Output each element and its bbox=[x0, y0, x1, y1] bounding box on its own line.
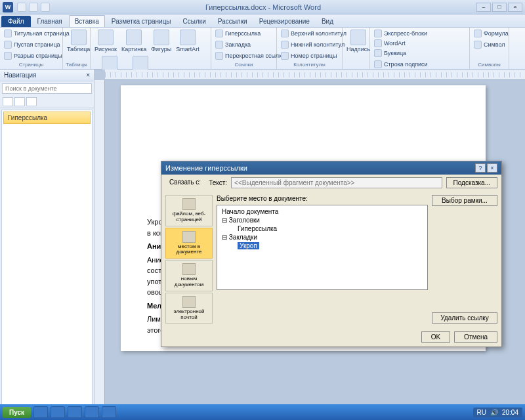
tree-headings[interactable]: ⊟ Заголовки bbox=[219, 216, 425, 224]
search-input[interactable] bbox=[2, 83, 92, 94]
tray-clock[interactable]: 20:04 bbox=[502, 409, 518, 416]
taskbar-app-4[interactable] bbox=[85, 406, 99, 418]
nav-tab-results[interactable] bbox=[26, 97, 37, 106]
clipart-button[interactable]: Картинка bbox=[120, 29, 148, 53]
pi-icon bbox=[474, 30, 482, 37]
qat-undo-icon[interactable] bbox=[29, 3, 38, 12]
bookmark-icon bbox=[215, 41, 223, 49]
cover-page-button[interactable]: Титульная страница bbox=[3, 29, 71, 38]
dialog-close-button[interactable]: × bbox=[487, 163, 497, 173]
ok-button[interactable]: OK bbox=[421, 331, 450, 343]
blocks-icon bbox=[374, 30, 382, 37]
dropcap-icon bbox=[374, 49, 382, 57]
signature-button[interactable]: Строка подписи bbox=[373, 60, 429, 69]
mail-icon bbox=[182, 296, 196, 308]
wordart-button[interactable]: WordArt bbox=[373, 39, 429, 48]
footer-button[interactable]: Нижний колонтитул bbox=[280, 40, 346, 49]
close-button[interactable]: × bbox=[508, 3, 522, 12]
tab-home[interactable]: Главная bbox=[32, 16, 68, 27]
navigation-pane: Навигация × Гиперссылка bbox=[0, 70, 94, 407]
table-button[interactable]: Таблица bbox=[66, 29, 91, 53]
link-place-doc-button[interactable]: местом в документе bbox=[165, 228, 213, 259]
nav-tab-pages[interactable] bbox=[14, 97, 25, 106]
hint-button[interactable]: Подсказка... bbox=[446, 177, 497, 188]
pagenum-icon bbox=[281, 52, 289, 60]
bookmark-button[interactable]: Закладка bbox=[214, 40, 252, 49]
word-icon: W bbox=[3, 2, 13, 12]
group-symbols-label: Символы bbox=[472, 61, 506, 68]
remove-link-button[interactable]: Удалить ссылку bbox=[432, 312, 497, 324]
taskbar-app-1[interactable] bbox=[33, 406, 48, 418]
smartart-button[interactable]: SmartArt bbox=[175, 29, 201, 53]
taskbar-app-2[interactable] bbox=[51, 406, 65, 418]
symbol-button[interactable]: Символ bbox=[472, 40, 506, 49]
link-file-web-button[interactable]: файлом, веб-страницей bbox=[165, 195, 213, 226]
target-frame-button[interactable]: Выбор рамки... bbox=[432, 195, 497, 206]
group-tables-label: Таблицы bbox=[66, 61, 87, 68]
horizontal-ruler[interactable] bbox=[105, 70, 525, 80]
document-icon bbox=[182, 231, 196, 243]
wordart-icon bbox=[374, 39, 382, 47]
tree-bookmarks[interactable]: ⊟ Закладки bbox=[219, 233, 425, 242]
tab-page-layout[interactable]: Разметка страницы bbox=[106, 16, 177, 27]
maximize-button[interactable]: □ bbox=[492, 3, 507, 12]
group-pages-label: Страницы bbox=[3, 61, 60, 68]
page-icon bbox=[4, 41, 12, 49]
cancel-button[interactable]: Отмена bbox=[454, 331, 497, 343]
nav-header: Навигация × bbox=[0, 70, 94, 81]
pagenum-button[interactable]: Номер страницы bbox=[280, 51, 338, 60]
tab-view[interactable]: Вид bbox=[316, 16, 339, 27]
place-tree[interactable]: Начало документа ⊟ Заголовки Гиперссылка… bbox=[217, 205, 428, 290]
tab-references[interactable]: Ссылки bbox=[178, 16, 211, 27]
quickparts-button[interactable]: Экспресс-блоки bbox=[373, 29, 429, 38]
textbox-button[interactable]: Надпись bbox=[345, 29, 371, 53]
tab-mailings[interactable]: Рассылки bbox=[213, 16, 253, 27]
dropcap-button[interactable]: Буквица bbox=[373, 49, 429, 58]
text-label: Текст: bbox=[209, 179, 227, 186]
picture-icon bbox=[98, 30, 114, 45]
tray-lang[interactable]: RU bbox=[477, 409, 486, 416]
link-email-button[interactable]: электронной почтой bbox=[165, 293, 213, 324]
tree-top-of-doc[interactable]: Начало документа bbox=[219, 207, 425, 216]
nav-tab-headings[interactable] bbox=[3, 97, 13, 106]
qat-redo-icon[interactable] bbox=[41, 3, 50, 12]
shapes-icon bbox=[154, 30, 169, 45]
vertical-ruler[interactable] bbox=[94, 80, 105, 407]
header-button[interactable]: Верхний колонтитул bbox=[280, 29, 348, 38]
nav-body: Гиперссылка bbox=[1, 110, 93, 406]
tab-file[interactable]: Файл bbox=[1, 16, 31, 27]
ribbon: Титульная страница Пустая страница Разры… bbox=[0, 28, 525, 70]
group-links-label: Ссылки bbox=[214, 61, 274, 68]
nav-close-icon[interactable]: × bbox=[86, 72, 90, 79]
signature-icon bbox=[374, 60, 382, 68]
blank-page-button[interactable]: Пустая страница bbox=[3, 40, 62, 49]
page-break-button[interactable]: Разрыв страницы bbox=[3, 51, 64, 60]
tab-review[interactable]: Рецензирование bbox=[254, 16, 315, 27]
hyperlink-button[interactable]: Гиперссылка bbox=[214, 29, 262, 38]
break-icon bbox=[4, 52, 12, 60]
dialog-title: Изменение гиперссылки bbox=[165, 164, 247, 172]
dialog-titlebar[interactable]: Изменение гиперссылки ? × bbox=[161, 161, 501, 175]
crossref-button[interactable]: Перекрестная ссылка bbox=[214, 51, 286, 60]
dialog-help-button[interactable]: ? bbox=[475, 163, 486, 173]
link-with-label: Связать с: bbox=[165, 178, 205, 187]
tray-volume-icon[interactable]: 🔊 bbox=[490, 409, 498, 416]
qat-save-icon[interactable] bbox=[17, 3, 26, 12]
taskbar-word[interactable] bbox=[102, 406, 116, 418]
link-new-doc-button[interactable]: новым документом bbox=[165, 260, 213, 291]
edit-hyperlink-dialog: Изменение гиперссылки ? × Связать с: Тек… bbox=[161, 161, 502, 347]
start-button[interactable]: Пуск bbox=[3, 407, 31, 418]
taskbar-app-3[interactable] bbox=[68, 406, 82, 418]
picture-button[interactable]: Рисунок bbox=[93, 29, 118, 53]
nav-item-hyperlink[interactable]: Гиперссылка bbox=[3, 112, 91, 124]
select-place-label: Выберите место в документе: bbox=[217, 195, 428, 202]
equation-button[interactable]: Формула bbox=[472, 29, 510, 38]
tree-heading-hyperlink[interactable]: Гиперссылка bbox=[219, 224, 425, 233]
omega-icon bbox=[474, 41, 482, 49]
tab-insert[interactable]: Вставка bbox=[69, 15, 105, 27]
minimize-button[interactable]: – bbox=[476, 3, 491, 12]
windows-taskbar: Пуск RU 🔊 20:04 bbox=[0, 404, 525, 420]
text-input[interactable] bbox=[231, 177, 442, 188]
tree-bookmark-ukrop[interactable]: Укроп bbox=[219, 242, 425, 250]
shapes-button[interactable]: Фигуры bbox=[150, 29, 173, 53]
